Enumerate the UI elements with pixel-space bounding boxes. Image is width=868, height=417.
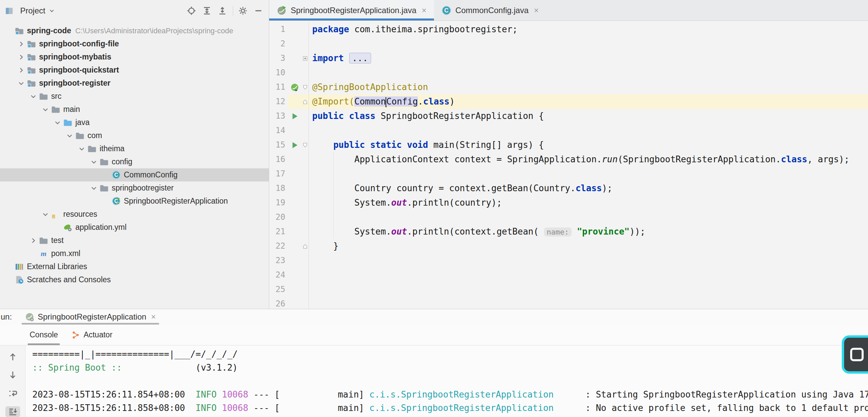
code-editor[interactable]: 1package com.itheima.springbootregister;… (269, 21, 868, 309)
run-configuration-tab[interactable]: SpringbootRegisterApplication× (20, 309, 160, 324)
gutter-spacer (288, 66, 302, 80)
close-icon[interactable]: × (150, 312, 156, 321)
scratches-icon (14, 275, 24, 284)
fold-marker-icon[interactable] (302, 95, 309, 109)
code-line-22[interactable]: 22 } (269, 239, 868, 253)
code-line-13[interactable]: 13public class SpringbootRegisterApplica… (269, 109, 868, 123)
code-line-14[interactable]: 14 (269, 123, 868, 138)
code-line-11[interactable]: 11@SpringBootApplication (269, 80, 868, 95)
code-line-15[interactable]: 15 public static void main(String[] args… (269, 138, 868, 152)
chevron-down-icon[interactable] (28, 93, 38, 100)
tree-item-java[interactable]: java (0, 116, 269, 129)
tree-item-springboot-config-file[interactable]: springboot-config-file (0, 37, 269, 50)
class-run-icon: C (111, 197, 121, 206)
tree-item-springboot-quickstart[interactable]: springboot-quickstart (0, 64, 269, 77)
soft-wrap-icon[interactable] (5, 388, 20, 399)
console-line: =========|_|==============|___/=/_/_/_/ (32, 347, 868, 361)
tree-item-springboot-mybatis[interactable]: springboot-mybatis (0, 50, 269, 64)
hide-panel-icon[interactable] (253, 5, 264, 16)
code-line-2[interactable]: 2 (269, 37, 868, 51)
down-arrow-icon[interactable] (5, 370, 20, 380)
chevron-down-icon[interactable] (89, 158, 99, 166)
tab-label: Actuator (84, 330, 112, 339)
tree-item-config[interactable]: config (0, 155, 269, 168)
code-line-17[interactable]: 17 (269, 167, 868, 181)
tree-item-main[interactable]: main (0, 103, 269, 116)
module-icon (14, 26, 24, 35)
tree-item-itheima[interactable]: itheima (0, 142, 269, 155)
tab-console[interactable]: Console (30, 324, 58, 345)
collapse-all-icon[interactable] (217, 5, 228, 16)
screen-overlay-button[interactable] (842, 335, 868, 374)
chevron-down-icon[interactable] (65, 132, 75, 139)
module-icon (26, 39, 36, 48)
code-line-18[interactable]: 18 Country country = context.getBean(Cou… (269, 181, 868, 196)
project-view-switcher[interactable]: Project (4, 6, 55, 15)
close-icon[interactable]: × (421, 6, 427, 15)
chevron-right-icon[interactable] (16, 40, 26, 48)
spring-bean-icon[interactable] (288, 80, 302, 95)
code-line-10[interactable]: 10 (269, 66, 868, 80)
run-button-icon[interactable] (288, 109, 302, 123)
code-line-3[interactable]: 3import ... (269, 51, 868, 66)
scroll-to-end-icon[interactable] (5, 406, 20, 417)
tab-actuator[interactable]: Actuator (71, 324, 112, 345)
folder-icon (38, 236, 49, 245)
tree-item-label: springboot-register (39, 79, 110, 88)
select-opened-file-icon[interactable] (186, 5, 197, 16)
fold-marker-icon[interactable] (302, 138, 309, 152)
chevron-down-icon[interactable] (16, 80, 26, 87)
fold-marker-icon[interactable] (302, 80, 309, 95)
tree-item-springboot-register[interactable]: springboot-register (0, 77, 269, 90)
tree-item-springbootregister[interactable]: springbootregister (0, 181, 269, 195)
tree-item-spring-code[interactable]: spring-codeC:\Users\Administrator\ideaPr… (0, 24, 269, 37)
tree-item-commonconfig[interactable]: CCommonConfig (0, 168, 269, 181)
tree-item-label: Scratches and Consoles (27, 275, 111, 284)
code-line-26[interactable]: 26 (269, 297, 868, 309)
chevron-right-icon[interactable] (16, 54, 26, 61)
code-line-16[interactable]: 16 ApplicationContext context = SpringAp… (269, 152, 868, 167)
up-arrow-icon[interactable] (5, 351, 20, 362)
tree-item-resources[interactable]: path d="M1 4q0-1 1-1h4l1.5 2H14q1 0 1 1v… (0, 208, 269, 221)
code-line-25[interactable]: 25 (269, 282, 868, 297)
module-icon (26, 79, 36, 88)
tree-item-springbootregisterapplication[interactable]: CSpringbootRegisterApplication (0, 195, 269, 208)
tree-item-label: CommonConfig (124, 170, 178, 179)
code-line-24[interactable]: 24 (269, 268, 868, 282)
code-line-20[interactable]: 20 (269, 210, 868, 224)
editor-tab-springbootregisterapplication-java[interactable]: SpringbootRegisterApplication.java× (269, 0, 434, 21)
settings-gear-icon[interactable] (237, 5, 249, 16)
line-number: 24 (269, 268, 288, 282)
chevron-down-icon[interactable] (89, 184, 99, 192)
tree-item-test[interactable]: test (0, 234, 269, 247)
chevron-down-icon[interactable] (40, 106, 51, 113)
fold-marker-icon[interactable] (302, 51, 309, 66)
tree-item-src[interactable]: src (0, 90, 269, 103)
chevron-down-icon[interactable] (40, 211, 51, 218)
tree-item-scratches-and-consoles[interactable]: Scratches and Consoles (0, 273, 269, 286)
chevron-down-icon[interactable] (77, 145, 87, 152)
chevron-right-icon[interactable] (28, 237, 38, 244)
svg-text:C: C (114, 172, 118, 178)
expand-all-icon[interactable] (201, 5, 213, 16)
code-text: package com.itheima.springbootregister; (309, 22, 518, 37)
run-button-icon[interactable] (288, 138, 302, 152)
fold-marker-icon[interactable] (302, 239, 309, 253)
tree-item-external-libraries[interactable]: External Libraries (0, 260, 269, 273)
tree-item-pom-xml[interactable]: mpom.xml (0, 247, 269, 260)
chevron-down-icon[interactable] (53, 119, 63, 126)
code-line-19[interactable]: 19 System.out.println(country); (269, 196, 868, 210)
code-line-12[interactable]: 12@Import(CommonConfig.class) (269, 95, 868, 109)
code-line-1[interactable]: 1package com.itheima.springbootregister; (269, 22, 868, 37)
tree-item-label: springboot-config-file (39, 39, 119, 48)
code-line-23[interactable]: 23 (269, 253, 868, 268)
overlay-square-icon (850, 348, 864, 361)
editor-tab-commonconfig-java[interactable]: CCommonConfig.java× (434, 0, 546, 21)
tree-item-com[interactable]: com (0, 129, 269, 142)
close-icon[interactable]: × (533, 6, 539, 15)
tree-item-application-yml[interactable]: application.yml (0, 221, 269, 234)
code-line-21[interactable]: 21 System.out.println(context.getBean( n… (269, 224, 868, 239)
console-tab-bar: ConsoleActuator (0, 324, 868, 345)
console-output: =========|_|==============|___/=/_/_/_/:… (26, 345, 868, 417)
chevron-right-icon[interactable] (16, 67, 26, 74)
